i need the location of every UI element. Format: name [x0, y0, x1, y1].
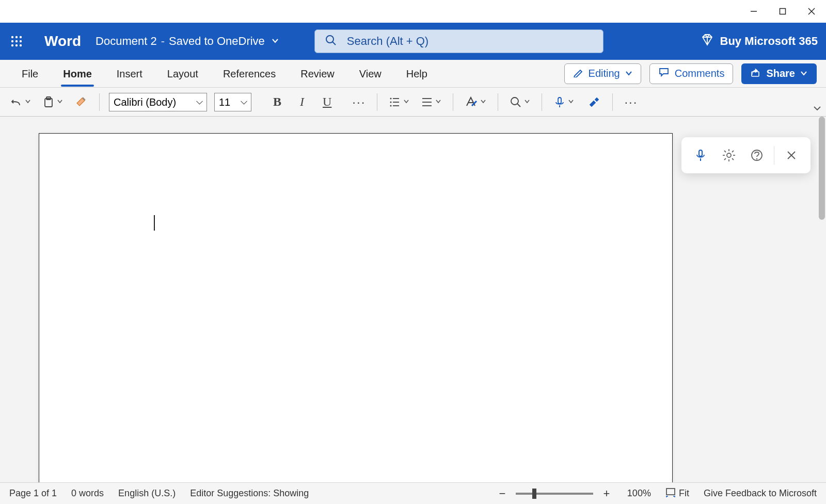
svg-point-6: [20, 36, 22, 38]
tab-layout[interactable]: Layout: [155, 61, 211, 86]
svg-rect-30: [699, 150, 702, 156]
ribbon-collapse-button[interactable]: [813, 104, 822, 115]
svg-point-8: [15, 40, 18, 42]
dictation-help-button[interactable]: [745, 144, 768, 167]
language-status[interactable]: English (U.S.): [118, 488, 176, 499]
buy-microsoft-365-button[interactable]: Buy Microsoft 365: [701, 33, 818, 50]
tab-file[interactable]: File: [9, 61, 51, 86]
chevron-down-icon: [480, 97, 486, 107]
editor-button[interactable]: [585, 93, 603, 111]
svg-point-11: [15, 44, 18, 46]
svg-line-39: [724, 158, 726, 160]
styles-button[interactable]: [463, 93, 488, 111]
dictate-button[interactable]: [551, 94, 576, 110]
tab-references[interactable]: References: [211, 61, 288, 86]
svg-point-12: [20, 44, 22, 46]
svg-line-28: [517, 104, 520, 107]
svg-point-5: [15, 36, 18, 38]
more-font-options-button[interactable]: ···: [350, 93, 368, 111]
chevron-down-icon: [435, 97, 441, 107]
search-placeholder: Search (Alt + Q): [347, 35, 428, 48]
comments-button[interactable]: Comments: [649, 63, 734, 84]
document-canvas[interactable]: [0, 117, 826, 482]
svg-point-41: [756, 158, 758, 160]
font-size-select[interactable]: 11: [214, 93, 251, 111]
fit-to-window-button[interactable]: Fit: [665, 487, 689, 500]
share-button[interactable]: Share: [741, 63, 817, 84]
window-titlebar: [0, 0, 826, 23]
italic-button[interactable]: I: [298, 93, 306, 111]
zoom-out-button[interactable]: −: [496, 487, 509, 500]
dictation-mic-button[interactable]: [689, 144, 712, 167]
page-count[interactable]: Page 1 of 1: [9, 488, 57, 499]
svg-point-22: [390, 105, 392, 106]
vertical-scrollbar[interactable]: [817, 117, 826, 482]
chevron-down-icon: [25, 97, 31, 107]
editing-mode-dropdown[interactable]: Editing: [564, 63, 641, 84]
alignment-button[interactable]: [419, 94, 443, 110]
svg-line-36: [724, 151, 726, 152]
underline-button[interactable]: U: [321, 93, 333, 111]
font-family-select[interactable]: Calibri (Body): [109, 93, 207, 111]
home-toolbar: Calibri (Body) 11 B I U ···: [0, 88, 826, 117]
bold-button[interactable]: B: [271, 93, 283, 111]
word-count[interactable]: 0 words: [71, 488, 104, 499]
zoom-slider-thumb[interactable]: [532, 489, 536, 499]
tab-view[interactable]: View: [347, 61, 394, 86]
svg-point-31: [727, 153, 731, 157]
search-box[interactable]: Search (Alt + Q): [314, 29, 603, 53]
document-page[interactable]: [39, 133, 673, 482]
pencil-icon: [573, 67, 583, 80]
document-name: Document 2: [96, 35, 157, 48]
document-title-dropdown[interactable]: Document 2 - Saved to OneDrive: [96, 35, 279, 48]
minimize-button[interactable]: [739, 0, 768, 23]
chevron-down-icon: [524, 97, 530, 107]
text-cursor: [154, 215, 155, 231]
find-button[interactable]: [507, 94, 532, 110]
svg-point-13: [326, 36, 333, 43]
comment-icon: [658, 67, 670, 80]
fit-label: Fit: [679, 488, 689, 499]
editor-suggestions-status[interactable]: Editor Suggestions: Showing: [190, 488, 309, 499]
tab-home[interactable]: Home: [51, 61, 104, 86]
search-icon: [325, 35, 347, 48]
status-bar: Page 1 of 1 0 words English (U.S.) Edito…: [0, 482, 826, 504]
svg-line-14: [332, 42, 336, 45]
svg-point-20: [390, 101, 392, 103]
dictation-close-button[interactable]: [780, 144, 803, 167]
chevron-down-icon: [625, 68, 632, 79]
zoom-slider[interactable]: [516, 493, 593, 495]
bullets-button[interactable]: [387, 94, 411, 110]
app-header: Word Document 2 - Saved to OneDrive Sear…: [0, 23, 826, 60]
format-painter-button[interactable]: [72, 93, 90, 111]
more-toolbar-button[interactable]: ···: [622, 93, 640, 111]
fit-icon: [665, 487, 676, 500]
diamond-icon: [701, 33, 714, 50]
svg-point-7: [11, 40, 13, 42]
zoom-percent[interactable]: 100%: [627, 488, 651, 499]
dictation-settings-button[interactable]: [718, 144, 740, 167]
feedback-link[interactable]: Give Feedback to Microsoft: [704, 488, 817, 499]
paste-button[interactable]: [40, 94, 65, 110]
chevron-down-icon: [403, 97, 409, 107]
svg-rect-44: [666, 489, 675, 495]
save-status: Saved to OneDrive: [169, 35, 265, 48]
share-label: Share: [766, 68, 795, 79]
undo-button[interactable]: [8, 94, 33, 110]
zoom-in-button[interactable]: +: [600, 487, 613, 500]
app-launcher-button[interactable]: [8, 33, 25, 50]
dictation-toolbar: [681, 137, 811, 173]
close-window-button[interactable]: [797, 0, 826, 23]
tab-insert[interactable]: Insert: [104, 61, 155, 86]
maximize-button[interactable]: [768, 0, 797, 23]
svg-rect-29: [558, 97, 561, 104]
buy-label: Buy Microsoft 365: [720, 35, 818, 48]
svg-line-38: [732, 151, 734, 152]
tab-review[interactable]: Review: [288, 61, 347, 86]
tab-help[interactable]: Help: [394, 61, 440, 86]
svg-point-4: [11, 36, 13, 38]
app-name: Word: [44, 33, 81, 50]
editing-label: Editing: [589, 68, 620, 79]
chevron-down-icon: [800, 68, 807, 79]
scrollbar-thumb[interactable]: [819, 117, 825, 220]
